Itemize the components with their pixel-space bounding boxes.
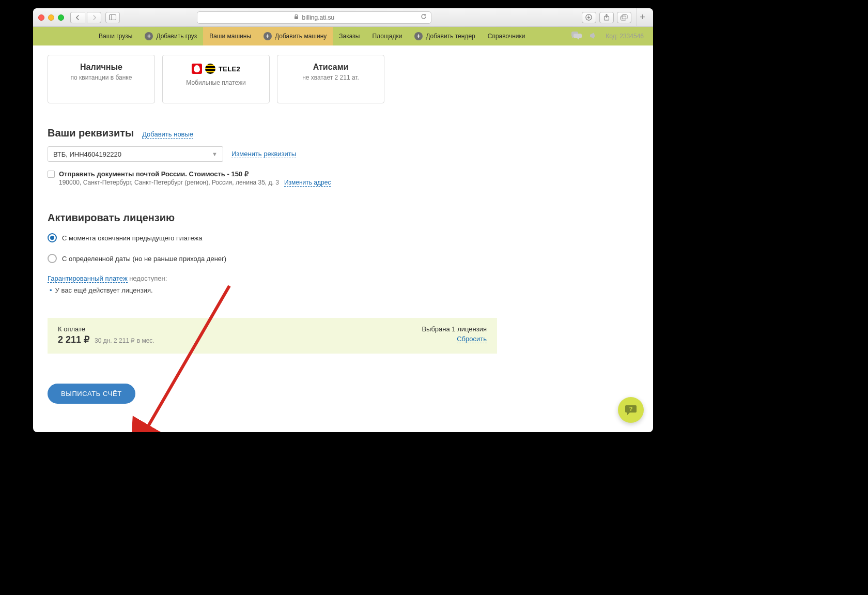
beeline-logo-icon — [205, 64, 215, 74]
maximize-window-button[interactable] — [58, 14, 64, 21]
megaphone-icon[interactable] — [589, 31, 598, 42]
address-bar[interactable]: billing.ati.su — [197, 11, 431, 24]
nav-orders[interactable]: Заказы — [333, 27, 366, 45]
issue-invoice-button[interactable]: ВЫПИСАТЬ СЧЁТ — [48, 384, 135, 404]
help-chat-button[interactable]: ? — [618, 397, 644, 423]
summary-period: 30 дн. 2 211 ₽ в мес. — [95, 337, 154, 344]
svg-rect-5 — [621, 16, 626, 20]
cash-title: Наличные — [53, 63, 149, 72]
svg-text:?: ? — [629, 406, 633, 412]
nav-refs[interactable]: Справочники — [482, 27, 532, 45]
atisami-subtitle: не хватает 2 211 ат. — [283, 74, 379, 81]
downloads-button[interactable] — [582, 12, 596, 23]
lock-icon — [294, 14, 299, 21]
activate-heading: Активировать лицензию — [48, 212, 497, 224]
summary-label: К оплате — [58, 325, 154, 333]
svg-rect-0 — [110, 15, 116, 20]
window-controls — [38, 14, 64, 21]
user-code-label: Код: 2334546 — [606, 33, 644, 40]
share-button[interactable] — [599, 12, 614, 23]
edit-address-link[interactable]: Изменить адрес — [284, 179, 331, 187]
mail-docs-address: 190000, Санкт-Петербург, Санкт-Петербург… — [59, 179, 279, 186]
payment-card-atisami[interactable]: Атисами не хватает 2 211 ат. — [277, 55, 384, 103]
nav-add-vehicle[interactable]: +Добавить машину — [257, 27, 333, 45]
url-text: billing.ati.su — [302, 14, 334, 21]
activate-option-1[interactable]: С момента окончания предыдущего платежа — [48, 233, 497, 242]
radio-icon — [48, 254, 57, 263]
browser-toolbar: billing.ati.su + — [33, 8, 653, 27]
new-tab-button[interactable]: + — [637, 8, 648, 27]
chevron-down-icon: ▼ — [212, 151, 218, 157]
summary-amount: 2 211 ₽ — [58, 334, 89, 345]
mts-logo-icon — [192, 64, 202, 74]
reset-link[interactable]: Сбросить — [457, 335, 487, 343]
edit-requisites-link[interactable]: Изменить реквизиты — [231, 150, 296, 158]
atisami-title: Атисами — [283, 63, 379, 72]
mail-docs-checkbox[interactable] — [48, 171, 55, 178]
activate-option-2[interactable]: С определенной даты (но не раньше приход… — [48, 254, 497, 263]
tabs-button[interactable] — [617, 12, 631, 23]
summary-selected: Выбрана 1 лицензия — [422, 325, 487, 333]
plus-icon: + — [264, 32, 272, 40]
requisites-select[interactable]: ВТБ, ИНН4604192220 ▼ — [48, 146, 223, 162]
nav-platforms[interactable]: Площадки — [366, 27, 408, 45]
add-requisites-link[interactable]: Добавить новые — [142, 130, 193, 139]
requisites-select-value: ВТБ, ИНН4604192220 — [53, 150, 121, 158]
requisites-heading: Ваши реквизиты Добавить новые — [48, 127, 497, 139]
sidebar-toggle-button[interactable] — [105, 12, 120, 23]
page-content: Наличные по квитанции в банке TELE2 Моби… — [33, 45, 653, 432]
bullet-icon: • — [50, 286, 52, 294]
minimize-window-button[interactable] — [48, 14, 54, 21]
nav-back-button[interactable] — [70, 12, 85, 23]
nav-vehicles[interactable]: Ваши машины — [203, 27, 257, 45]
site-navbar: Ваши грузы +Добавить груз Ваши машины +Д… — [33, 27, 653, 45]
guaranteed-reason: У вас ещё действует лицензия. — [55, 286, 153, 294]
mobile-subtitle: Мобильные платежи — [168, 79, 264, 86]
payment-card-cash[interactable]: Наличные по квитанции в банке — [48, 55, 155, 103]
tele2-logo: TELE2 — [219, 65, 240, 73]
guaranteed-payment-link[interactable]: Гарантированный платеж — [48, 274, 128, 283]
reload-icon[interactable] — [421, 13, 427, 21]
summary-panel: К оплате 2 211 ₽ 30 дн. 2 211 ₽ в мес. В… — [48, 318, 497, 354]
svg-rect-2 — [295, 16, 298, 19]
nav-cargo[interactable]: Ваши грузы — [92, 27, 138, 45]
plus-icon: + — [145, 32, 153, 40]
close-window-button[interactable] — [38, 14, 44, 21]
svg-rect-6 — [622, 14, 627, 19]
browser-window: billing.ati.su + Ваши гр — [33, 8, 653, 432]
radio-icon — [48, 233, 57, 242]
nav-forward-button[interactable] — [87, 12, 101, 23]
payment-card-mobile[interactable]: TELE2 Мобильные платежи — [162, 55, 270, 103]
cash-subtitle: по квитанции в банке — [53, 74, 149, 81]
chat-icon[interactable] — [570, 31, 582, 42]
mail-docs-label: Отправить документы почтой России. Стоим… — [59, 170, 331, 178]
nav-add-tender[interactable]: +Добавить тендер — [408, 27, 481, 45]
plus-icon: + — [414, 32, 423, 40]
nav-add-cargo[interactable]: +Добавить груз — [138, 27, 203, 45]
